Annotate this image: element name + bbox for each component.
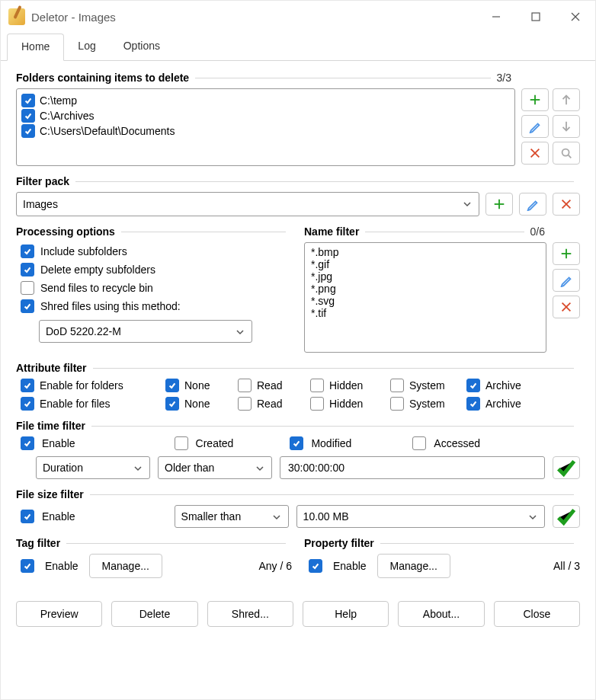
- attr-files-system[interactable]: [390, 397, 404, 411]
- attr-files-read[interactable]: [238, 397, 252, 411]
- time-filter-section: File time filter Enable Created Modified…: [16, 420, 580, 479]
- include-subfolders-label: Include subfolders: [40, 245, 127, 257]
- time-enable-checkbox[interactable]: [21, 436, 34, 450]
- content: Folders containing items to delete 3/3 C…: [1, 61, 595, 636]
- attr-files-hidden[interactable]: [310, 397, 324, 411]
- add-pack-button[interactable]: [485, 193, 513, 216]
- edit-name-button[interactable]: [553, 269, 580, 292]
- folder-item[interactable]: C:\Users\Default\Documents: [21, 123, 510, 139]
- remove-pack-button[interactable]: [553, 193, 580, 216]
- browse-folder-button[interactable]: [553, 142, 580, 165]
- folder-checkbox[interactable]: [21, 109, 35, 123]
- time-apply-button[interactable]: [553, 456, 580, 479]
- tag-summary: Any / 6: [258, 560, 292, 572]
- attr-system-label: System: [409, 398, 445, 410]
- size-comparison-select[interactable]: Smaller than: [175, 505, 289, 528]
- attr-folders-enable-label: Enable for folders: [40, 379, 123, 392]
- folder-path: C:\Archives: [40, 110, 95, 122]
- include-subfolders-checkbox[interactable]: [21, 245, 34, 258]
- minimize-button[interactable]: [476, 1, 516, 33]
- tab-log[interactable]: Log: [64, 34, 109, 61]
- property-filter-section: Property filter Enable Manage... All / 3: [304, 537, 580, 578]
- size-value-select[interactable]: 10.00 MB: [296, 505, 545, 528]
- delete-button[interactable]: Delete: [111, 601, 197, 627]
- attribute-filter-section: Attribute filter Enable for folders None…: [16, 362, 580, 411]
- preview-button[interactable]: Preview: [16, 601, 102, 627]
- size-apply-button[interactable]: [553, 505, 580, 528]
- tag-manage-button[interactable]: Manage...: [89, 554, 162, 578]
- recycle-bin-checkbox[interactable]: [21, 281, 34, 295]
- bottom-bar: Preview Delete Shred... Help About... Cl…: [16, 601, 580, 627]
- folder-side-buttons: [521, 88, 580, 166]
- folders-count: 3/3: [497, 72, 511, 84]
- attr-files-enable[interactable]: [21, 397, 34, 411]
- time-comparison-select[interactable]: Older than: [158, 456, 272, 479]
- svg-line-11: [569, 155, 572, 158]
- property-manage-button[interactable]: Manage...: [377, 554, 450, 578]
- name-pattern[interactable]: *.jpg: [311, 270, 540, 283]
- recycle-bin-label: Send files to recycle bin: [40, 282, 153, 294]
- folders-section: Folders containing items to delete 3/3 C…: [16, 72, 580, 166]
- shred-button[interactable]: Shred...: [207, 601, 293, 627]
- edit-folder-button[interactable]: [521, 115, 549, 138]
- about-button[interactable]: About...: [398, 601, 484, 627]
- tag-enable-checkbox[interactable]: [21, 559, 34, 573]
- attr-folders-system[interactable]: [390, 379, 404, 392]
- attr-folders-none[interactable]: [165, 379, 179, 392]
- help-button[interactable]: Help: [303, 601, 389, 627]
- tab-options[interactable]: Options: [110, 34, 174, 61]
- name-pattern[interactable]: *.png: [311, 283, 540, 295]
- tab-home[interactable]: Home: [7, 34, 64, 61]
- close-window-button[interactable]: [556, 1, 595, 33]
- size-value: 10.00 MB: [303, 510, 349, 523]
- add-folder-button[interactable]: [521, 88, 549, 111]
- property-enable-checkbox[interactable]: [309, 559, 322, 573]
- move-down-button[interactable]: [553, 115, 580, 138]
- titlebar: Deletor - Images: [1, 1, 595, 33]
- processing-section: Processing options Include subfolders De…: [16, 225, 292, 353]
- edit-pack-button[interactable]: [519, 193, 546, 216]
- attr-archive-label: Archive: [485, 379, 521, 392]
- maximize-button[interactable]: [516, 1, 556, 33]
- tag-title: Tag filter: [16, 537, 60, 549]
- time-value-input[interactable]: [280, 456, 545, 479]
- svg-rect-1: [532, 13, 540, 21]
- name-pattern[interactable]: *.tif: [311, 307, 540, 319]
- remove-name-button[interactable]: [553, 296, 580, 318]
- name-pattern[interactable]: *.svg: [311, 295, 540, 307]
- shred-enable-label: Shred files using this method:: [40, 300, 181, 312]
- attr-files-archive[interactable]: [466, 397, 480, 411]
- time-mode-select[interactable]: Duration: [36, 456, 150, 479]
- folder-checkbox[interactable]: [21, 124, 35, 138]
- name-filter-list[interactable]: *.bmp*.gif*.jpg*.png*.svg*.tif: [304, 242, 546, 353]
- attr-folders-archive[interactable]: [466, 379, 480, 392]
- delete-empty-checkbox[interactable]: [21, 263, 34, 276]
- attr-folders-hidden[interactable]: [310, 379, 324, 392]
- time-comparison-value: Older than: [165, 462, 214, 474]
- attr-files-none[interactable]: [165, 397, 179, 411]
- shred-method-select[interactable]: DoD 5220.22-M: [39, 320, 252, 343]
- filter-pack-section: Filter pack Images: [16, 175, 580, 216]
- add-name-button[interactable]: [553, 242, 580, 265]
- name-pattern[interactable]: *.gif: [311, 258, 540, 270]
- name-pattern[interactable]: *.bmp: [311, 246, 540, 258]
- size-enable-checkbox[interactable]: [21, 510, 34, 523]
- time-accessed-checkbox[interactable]: [412, 436, 426, 450]
- filter-pack-combo[interactable]: Images: [16, 192, 479, 216]
- move-up-button[interactable]: [553, 88, 580, 111]
- folder-list[interactable]: C:\temp C:\Archives C:\Users\Default\Doc…: [16, 88, 515, 166]
- time-modified-checkbox[interactable]: [290, 436, 303, 450]
- folder-item[interactable]: C:\Archives: [21, 108, 510, 123]
- shred-enable-checkbox[interactable]: [21, 299, 34, 313]
- property-title: Property filter: [304, 537, 374, 549]
- attr-none-label: None: [184, 379, 210, 392]
- attr-folders-enable[interactable]: [21, 379, 34, 392]
- time-modified-label: Modified: [311, 437, 351, 449]
- remove-folder-button[interactable]: [521, 142, 549, 165]
- close-button[interactable]: Close: [494, 601, 580, 627]
- folder-checkbox[interactable]: [21, 94, 35, 107]
- attr-folders-read[interactable]: [238, 379, 252, 392]
- folder-item[interactable]: C:\temp: [21, 93, 510, 108]
- time-created-checkbox[interactable]: [175, 436, 188, 450]
- attr-hidden-label: Hidden: [329, 398, 363, 410]
